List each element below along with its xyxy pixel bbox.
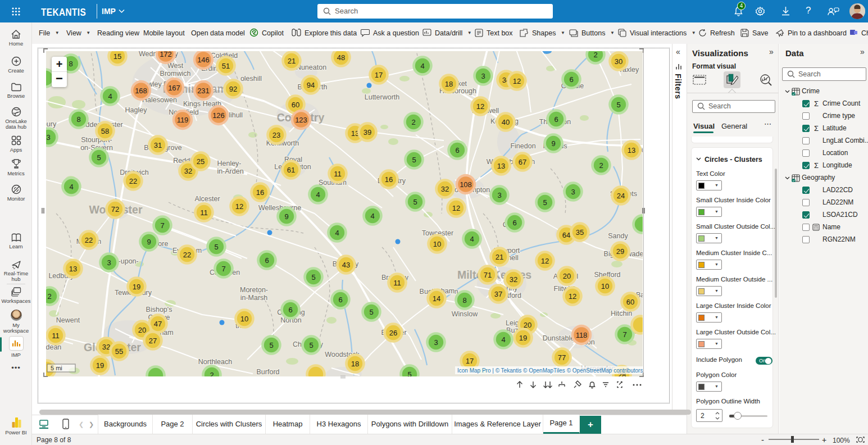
svg-text:94: 94	[307, 81, 315, 89]
svg-text:37: 37	[494, 290, 502, 298]
svg-text:20: 20	[563, 272, 571, 280]
svg-text:168: 168	[135, 87, 147, 95]
svg-text:4: 4	[420, 62, 424, 70]
svg-text:6: 6	[265, 256, 269, 265]
svg-text:Northleach: Northleach	[198, 358, 232, 366]
svg-text:5 mi: 5 mi	[51, 365, 62, 371]
svg-text:17: 17	[466, 357, 474, 365]
svg-text:5: 5	[311, 273, 315, 281]
svg-text:7: 7	[160, 221, 164, 230]
svg-text:6: 6	[338, 296, 342, 304]
svg-text:4: 4	[335, 229, 339, 237]
svg-text:43: 43	[342, 261, 350, 269]
svg-text:4: 4	[69, 183, 73, 191]
svg-text:20: 20	[524, 321, 531, 329]
svg-text:48: 48	[337, 53, 345, 62]
svg-text:in-Marsh: in-Marsh	[240, 294, 268, 302]
svg-text:Bromwich: Bromwich	[160, 70, 191, 78]
svg-text:2: 2	[47, 292, 51, 301]
svg-text:8: 8	[76, 115, 80, 124]
svg-text:Dunstable: Dunstable	[543, 334, 574, 342]
svg-text:67: 67	[519, 158, 526, 166]
svg-text:Icon Map Pro | © Tekantis © Op: Icon Map Pro | © Tekantis © OpenMapTiles…	[457, 367, 643, 374]
svg-text:19: 19	[96, 361, 104, 370]
svg-text:3: 3	[46, 133, 50, 142]
svg-text:9: 9	[284, 212, 288, 221]
svg-text:oleshill: oleshill	[240, 75, 262, 83]
svg-text:5: 5	[269, 341, 273, 349]
svg-text:12: 12	[513, 77, 521, 85]
svg-text:25: 25	[197, 157, 204, 166]
svg-text:Winslow: Winslow	[452, 310, 479, 318]
svg-text:21: 21	[496, 253, 503, 261]
svg-text:27: 27	[149, 337, 157, 345]
svg-text:11: 11	[334, 170, 342, 178]
svg-text:7: 7	[221, 265, 225, 273]
svg-text:32: 32	[102, 343, 110, 351]
svg-text:14: 14	[433, 294, 440, 303]
svg-text:11: 11	[200, 208, 208, 217]
svg-text:8: 8	[462, 296, 466, 305]
svg-text:6: 6	[554, 115, 558, 124]
svg-text:71: 71	[484, 271, 492, 279]
svg-text:39: 39	[363, 128, 371, 137]
svg-text:2: 2	[599, 161, 603, 170]
svg-text:5: 5	[543, 198, 547, 207]
svg-text:16: 16	[256, 188, 264, 197]
svg-text:72: 72	[111, 205, 119, 214]
svg-text:51: 51	[222, 62, 230, 70]
svg-text:9: 9	[147, 238, 151, 246]
svg-text:17: 17	[375, 71, 383, 79]
svg-text:26: 26	[389, 329, 397, 337]
svg-text:4: 4	[108, 92, 112, 101]
svg-text:18: 18	[445, 80, 453, 88]
svg-text:4: 4	[370, 212, 374, 220]
svg-text:23: 23	[272, 131, 280, 139]
svg-text:119: 119	[177, 116, 189, 124]
svg-text:3: 3	[481, 72, 485, 80]
svg-text:4: 4	[501, 335, 505, 344]
svg-text:4: 4	[470, 235, 474, 243]
svg-text:12: 12	[452, 204, 460, 212]
svg-text:231: 231	[197, 87, 210, 95]
svg-text:Sandy: Sandy	[608, 232, 628, 240]
svg-text:35: 35	[576, 228, 584, 237]
svg-text:61: 61	[287, 166, 295, 174]
svg-text:64: 64	[562, 231, 570, 239]
svg-text:12: 12	[235, 202, 243, 211]
svg-text:108: 108	[460, 180, 472, 189]
svg-text:118: 118	[576, 331, 588, 339]
svg-text:4: 4	[316, 190, 320, 199]
svg-text:24: 24	[617, 192, 625, 200]
svg-text:12: 12	[569, 292, 576, 301]
svg-text:5: 5	[616, 101, 620, 109]
svg-text:20: 20	[138, 326, 146, 334]
svg-text:3: 3	[434, 338, 438, 347]
svg-text:9: 9	[551, 139, 555, 148]
svg-text:Finedon: Finedon	[510, 142, 535, 150]
svg-text:6: 6	[455, 146, 459, 155]
svg-text:55: 55	[115, 347, 123, 356]
svg-text:6: 6	[512, 219, 516, 227]
svg-text:Alcester: Alcester	[194, 195, 220, 203]
svg-text:5: 5	[407, 370, 411, 377]
svg-text:11: 11	[393, 279, 401, 287]
svg-text:12: 12	[541, 257, 549, 265]
svg-text:60: 60	[292, 101, 299, 109]
svg-text:5: 5	[413, 198, 417, 206]
svg-text:7: 7	[622, 330, 626, 339]
svg-text:5: 5	[214, 243, 218, 251]
svg-text:13: 13	[628, 146, 635, 155]
svg-text:Hagley: Hagley	[125, 106, 148, 114]
svg-text:bury: bury	[46, 120, 57, 128]
svg-text:58: 58	[101, 127, 109, 135]
svg-text:5: 5	[412, 156, 416, 164]
svg-text:Bishop's: Bishop's	[146, 306, 172, 314]
svg-text:5: 5	[97, 153, 101, 162]
svg-text:18: 18	[351, 360, 359, 368]
svg-text:13: 13	[497, 162, 505, 170]
svg-text:Moreton-: Moreton-	[240, 286, 268, 294]
svg-text:10: 10	[433, 240, 441, 248]
svg-text:2: 2	[593, 51, 597, 59]
svg-text:5: 5	[369, 308, 373, 316]
